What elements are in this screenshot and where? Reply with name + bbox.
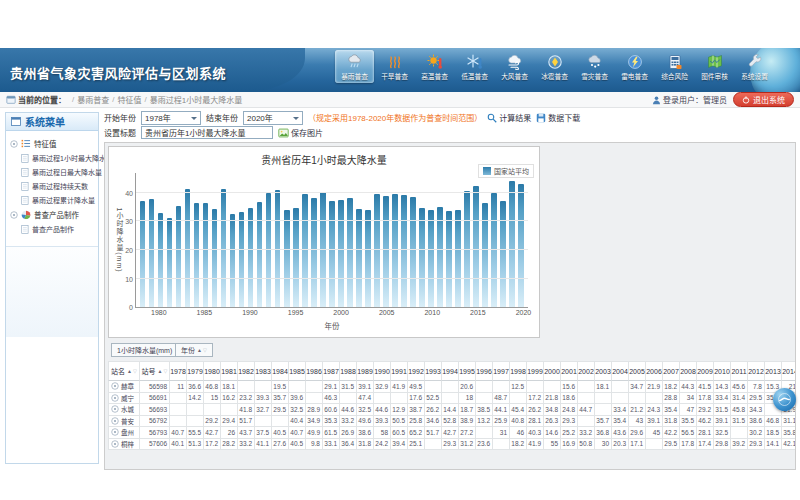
app-window: 贵州省气象灾害风险评估与区划系统 暴雨普查干旱普查高温普查低温普查大风普查冰雹普… [0,0,800,500]
nav-item-6[interactable]: 冰雹普查 [535,50,574,83]
column-header-year[interactable]: 1994 [442,361,459,381]
value-cell [595,404,612,416]
sidebar-item[interactable]: 普查产品制作 [8,222,96,236]
column-header-year[interactable]: 1982 [238,361,255,381]
row-expand-icon[interactable] [111,405,119,413]
value-cell [238,381,255,393]
value-cell: 18.6 [561,393,578,405]
column-header-year[interactable]: 1997 [493,361,510,381]
bar-1980 [158,213,164,307]
sidebar-item[interactable]: 暴雨过程累计降水量 [8,193,96,207]
column-header-year[interactable]: 1985 [289,361,306,381]
bar-2011 [437,207,443,307]
value-cell: 32.5 [357,404,374,416]
column-header-year[interactable]: 1990 [374,361,391,381]
column-header-year[interactable]: 2001 [561,361,578,381]
nav-item-5[interactable]: 大风普查 [495,50,534,83]
column-header-year[interactable]: 1988 [340,361,357,381]
floating-widget-button[interactable] [773,388,796,411]
column-header-year[interactable]: 2009 [697,361,714,381]
row-expand-icon[interactable] [111,394,119,402]
breadcrumb-item-2[interactable]: 特征值 [117,94,141,105]
chart-legend[interactable]: 国家站平均 [478,164,534,178]
column-header-year[interactable]: 1978 [170,361,187,381]
station-name-cell[interactable]: 威宁 [108,393,140,405]
value-cell [374,393,391,405]
doc-icon [21,154,29,163]
sidebar-item[interactable]: 暴雨过程1小时最大降水量 [8,151,96,165]
nav-item-11[interactable]: 系统设置 [735,50,774,83]
column-header-year[interactable]: 1984 [272,361,289,381]
calc-result-button[interactable]: 计算结果 [487,112,531,123]
nav-item-10[interactable]: 图件审核 [695,50,734,83]
column-header-year[interactable]: 1995 [459,361,476,381]
nav-item-7[interactable]: 雪灾普查 [575,50,614,83]
sidebar-item[interactable]: 暴雨过程日最大降水量 [8,165,96,179]
column-header-year[interactable]: 1999 [527,361,544,381]
column-header-year[interactable]: 2010 [714,361,731,381]
column-header-year[interactable]: 1993 [425,361,442,381]
breadcrumb-item-1[interactable]: 暴雨普查 [77,94,109,105]
station-name-cell[interactable]: 赫章 [108,381,140,393]
value-cell: 28.2 [221,439,238,451]
nav-item-9[interactable]: 综合风险 [655,50,694,83]
row-expand-icon[interactable] [111,382,119,390]
column-header-id[interactable]: 站号▲▽ [140,361,170,381]
column-header-year[interactable]: 2014 [782,361,795,381]
column-header-year[interactable]: 1998 [510,361,527,381]
column-header-year[interactable]: 1992 [408,361,425,381]
column-header-year[interactable]: 2004 [612,361,629,381]
value-cell: 29.3 [561,416,578,428]
column-header-year[interactable]: 1986 [306,361,323,381]
row-expand-icon[interactable] [111,417,119,425]
nav-item-1[interactable]: 暴雨普查 [335,50,374,83]
row-expand-icon[interactable] [111,428,119,436]
column-header-year[interactable]: 1991 [391,361,408,381]
value-cell: 51.7 [425,427,442,439]
column-header-year[interactable]: 1989 [357,361,374,381]
start-year-select[interactable]: 1978年 [141,111,201,125]
year-sort-chip[interactable]: 年份 ▲▽ [175,343,213,357]
chart-title-input[interactable] [141,126,273,139]
column-header-year[interactable]: 2006 [646,361,663,381]
value-cell: 34 [680,393,697,405]
column-header-year[interactable]: 1979 [187,361,204,381]
measure-chip[interactable]: 1小时降水量(mm) [111,343,178,357]
station-name-cell[interactable]: 水城 [108,404,140,416]
column-header-year[interactable]: 1987 [323,361,340,381]
column-header-year[interactable]: 2012 [748,361,765,381]
end-year-select[interactable]: 2020年 [243,111,303,125]
column-header-year[interactable]: 2008 [680,361,697,381]
column-header-year[interactable]: 2002 [578,361,595,381]
save-image-button[interactable]: 保存图片 [278,127,323,138]
row-expand-icon[interactable] [111,440,119,448]
data-download-button[interactable]: 数据下载 [536,112,580,123]
column-header-year[interactable]: 2013 [765,361,782,381]
x-tick-label: 1995 [288,309,304,316]
station-name-cell[interactable]: 桐梓 [108,439,140,451]
station-name-cell[interactable]: 普安 [108,416,140,428]
value-cell: 21.8 [544,393,561,405]
sidebar-item[interactable]: 暴雨过程持续天数 [8,179,96,193]
column-header-year[interactable]: 1980 [204,361,221,381]
column-header-name[interactable]: 站名▲▽ [108,361,140,381]
column-header-year[interactable]: 2000 [544,361,561,381]
nav-item-8[interactable]: 雷电普查 [615,50,654,83]
column-header-year[interactable]: 2011 [731,361,748,381]
value-cell: 60.6 [323,404,340,416]
value-cell: 31.8 [663,416,680,428]
column-header-year[interactable]: 1983 [255,361,272,381]
sidebar-group-1[interactable]: 特征值 [8,136,96,151]
station-name-cell[interactable]: 盘州 [108,427,140,439]
nav-item-2[interactable]: 干旱普查 [375,50,414,83]
column-header-year[interactable]: 2007 [663,361,680,381]
value-cell: 26.2 [425,404,442,416]
column-header-year[interactable]: 1981 [221,361,238,381]
column-header-year[interactable]: 2003 [595,361,612,381]
column-header-year[interactable]: 2005 [629,361,646,381]
nav-item-3[interactable]: 高温普查 [415,50,454,83]
column-header-year[interactable]: 1996 [476,361,493,381]
logout-button[interactable]: 退出系统 [733,92,794,107]
nav-item-4[interactable]: 低温普查 [455,50,494,83]
sidebar-group-2[interactable]: 普查产品制作 [8,207,96,222]
